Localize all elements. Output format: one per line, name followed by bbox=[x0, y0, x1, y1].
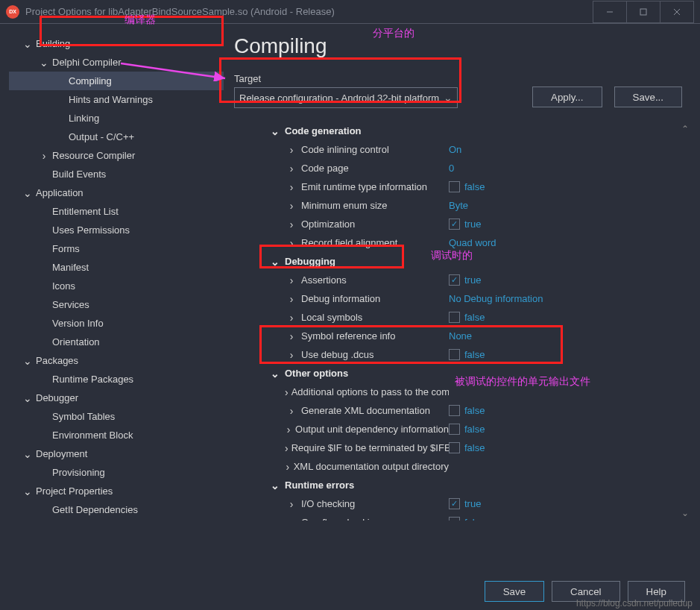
property-row[interactable]: Generate XML documentationfalse bbox=[268, 401, 660, 420]
section-header[interactable]: Other options bbox=[268, 364, 660, 383]
value-text: false bbox=[464, 405, 485, 416]
property-value[interactable]: false bbox=[449, 424, 660, 435]
save-button[interactable]: Save... bbox=[614, 87, 683, 107]
sidebar-item[interactable]: Packages bbox=[9, 351, 224, 370]
property-value[interactable]: None bbox=[449, 330, 660, 342]
sidebar-item-label: Entitlement List bbox=[52, 206, 119, 217]
property-row[interactable]: Additional options to pass to the compil… bbox=[268, 383, 660, 401]
target-combo[interactable]: Release configuration - Android 32-bit p… bbox=[234, 87, 458, 108]
checkbox[interactable] bbox=[449, 349, 460, 360]
sidebar-item[interactable]: Hints and Warnings bbox=[9, 90, 224, 109]
sidebar-item[interactable]: Manifest bbox=[9, 258, 224, 277]
sidebar-item[interactable]: Icons bbox=[9, 277, 224, 295]
sidebar-item[interactable]: Debugger bbox=[9, 389, 224, 407]
checkbox[interactable] bbox=[449, 517, 460, 521]
property-row[interactable]: Minimum enum sizeByte bbox=[268, 196, 660, 215]
property-value[interactable]: ✓true bbox=[449, 498, 660, 509]
sidebar-item[interactable]: Delphi Compiler bbox=[9, 53, 224, 72]
property-label: Emit runtime type information bbox=[301, 181, 427, 192]
sidebar-item[interactable]: GetIt Dependencies bbox=[9, 500, 224, 519]
property-row[interactable]: I/O checking✓true bbox=[268, 494, 660, 513]
spacer bbox=[39, 412, 49, 422]
chevron-right-icon bbox=[285, 498, 298, 510]
property-value[interactable]: ✓true bbox=[449, 274, 660, 286]
sidebar-item-label: Runtime Packages bbox=[52, 374, 133, 385]
sidebar-item[interactable]: Project Properties bbox=[9, 482, 224, 500]
property-row[interactable]: Code page0 bbox=[268, 159, 660, 177]
value-text: false bbox=[464, 181, 485, 192]
chevron-down-icon bbox=[22, 356, 33, 366]
minimize-button[interactable] bbox=[593, 1, 627, 23]
sidebar-item[interactable]: Entitlement List bbox=[9, 202, 224, 221]
sidebar-item[interactable]: Resource Compiler bbox=[9, 146, 224, 165]
sidebar-item-label: GetIt Dependencies bbox=[52, 504, 138, 515]
property-value[interactable]: false bbox=[449, 517, 660, 521]
property-value[interactable]: false bbox=[449, 312, 660, 323]
property-row[interactable]: Symbol reference infoNone bbox=[268, 327, 660, 345]
sidebar-item[interactable]: Compiling bbox=[9, 72, 224, 90]
property-row[interactable]: Use debug .dcusfalse bbox=[268, 345, 660, 364]
property-value[interactable]: Quad word bbox=[449, 237, 660, 248]
sidebar-item[interactable]: Forms bbox=[9, 239, 224, 258]
maximize-button[interactable] bbox=[626, 1, 660, 23]
property-row[interactable]: Overflow checkingfalse bbox=[268, 513, 660, 521]
sidebar-tree[interactable]: BuildingDelphi CompilerCompilingHints an… bbox=[0, 24, 224, 573]
property-value[interactable]: false bbox=[449, 405, 660, 416]
scroll-up-icon[interactable]: ⌃ bbox=[678, 122, 693, 136]
sidebar-item[interactable]: Deployment bbox=[9, 444, 224, 463]
value-text: On bbox=[449, 144, 461, 155]
checkbox[interactable] bbox=[449, 424, 460, 435]
checkbox[interactable]: ✓ bbox=[449, 218, 460, 230]
sidebar-item[interactable]: Services bbox=[9, 295, 224, 314]
sidebar-item[interactable]: Environment Block bbox=[9, 426, 224, 444]
chevron-right-icon bbox=[285, 312, 298, 324]
sidebar-item[interactable]: Orientation bbox=[9, 333, 224, 351]
svg-rect-1 bbox=[640, 9, 646, 15]
property-value[interactable]: false bbox=[449, 181, 660, 192]
property-value[interactable]: ✓true bbox=[449, 218, 660, 230]
chevron-right-icon bbox=[285, 181, 298, 193]
checkbox[interactable] bbox=[449, 181, 460, 192]
section-header[interactable]: Debugging bbox=[268, 252, 660, 271]
property-row[interactable]: Require $IF to be terminated by $IFENDfa… bbox=[268, 438, 660, 457]
property-row[interactable]: Debug informationNo Debug information bbox=[268, 289, 660, 308]
property-value[interactable]: 0 bbox=[449, 163, 660, 174]
sidebar-item[interactable]: Provisioning bbox=[9, 463, 224, 482]
checkbox[interactable] bbox=[449, 312, 460, 323]
sidebar-item[interactable]: Uses Permissions bbox=[9, 221, 224, 239]
property-row[interactable]: Local symbolsfalse bbox=[268, 308, 660, 327]
property-label: XML documentation output directory bbox=[294, 461, 449, 472]
sidebar-item[interactable]: Version Info bbox=[9, 314, 224, 333]
property-row[interactable]: Assertions✓true bbox=[268, 271, 660, 289]
sidebar-item[interactable]: Building bbox=[9, 34, 224, 53]
property-row[interactable]: Optimization✓true bbox=[268, 215, 660, 233]
sidebar-item[interactable]: Application bbox=[9, 183, 224, 202]
footer-save-button[interactable]: Save bbox=[485, 581, 544, 602]
property-row[interactable]: Record field alignmentQuad word bbox=[268, 233, 660, 252]
property-row[interactable]: Emit runtime type informationfalse bbox=[268, 177, 660, 196]
property-value[interactable]: false bbox=[449, 442, 660, 453]
property-row[interactable]: Code inlining controlOn bbox=[268, 140, 660, 159]
checkbox[interactable] bbox=[449, 405, 460, 416]
sidebar-item[interactable]: Output - C/C++ bbox=[9, 128, 224, 146]
property-row[interactable]: XML documentation output directory bbox=[268, 457, 660, 476]
scroll-down-icon[interactable]: ⌄ bbox=[678, 506, 693, 521]
spacer bbox=[39, 468, 49, 478]
checkbox[interactable]: ✓ bbox=[449, 274, 460, 286]
apply-button[interactable]: Apply... bbox=[532, 87, 602, 107]
sidebar-item[interactable]: Linking bbox=[9, 109, 224, 128]
close-button[interactable] bbox=[660, 1, 694, 23]
sidebar-item[interactable]: Runtime Packages bbox=[9, 370, 224, 389]
sidebar-item[interactable]: Build Events bbox=[9, 165, 224, 183]
section-header[interactable]: Runtime errors bbox=[268, 476, 660, 494]
checkbox[interactable] bbox=[449, 442, 460, 453]
property-value[interactable]: On bbox=[449, 144, 660, 155]
property-value[interactable]: No Debug information bbox=[449, 293, 660, 304]
property-label: Optimization bbox=[301, 218, 355, 230]
property-row[interactable]: Output unit dependency informationfalse bbox=[268, 420, 660, 438]
sidebar-item[interactable]: Symbol Tables bbox=[9, 407, 224, 426]
section-header[interactable]: Code generation bbox=[268, 122, 660, 140]
property-value[interactable]: false bbox=[449, 349, 660, 360]
checkbox[interactable]: ✓ bbox=[449, 498, 460, 509]
property-value[interactable]: Byte bbox=[449, 200, 660, 211]
